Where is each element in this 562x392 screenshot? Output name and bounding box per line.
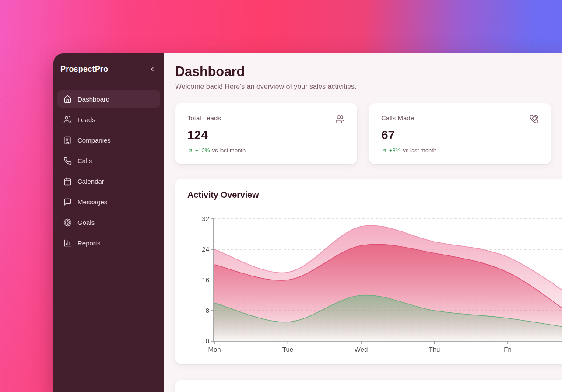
sidebar-item-label: Leads xyxy=(77,116,95,123)
chart-title: Activity Overview xyxy=(187,190,562,200)
app-window: ProspectPro DashboardLeadsCompaniesCalls… xyxy=(53,53,562,392)
stat-card: Calls Made 67 +8% vs last month xyxy=(369,103,551,164)
sidebar-item-calls[interactable]: Calls xyxy=(57,152,160,169)
sidebar-item-goals[interactable]: Goals xyxy=(57,214,160,231)
message-square-icon xyxy=(63,198,72,206)
trend-percent: +12% xyxy=(195,147,210,154)
sidebar-item-messages[interactable]: Messages xyxy=(57,193,160,210)
sidebar-header: ProspectPro xyxy=(60,64,157,74)
page-title: Dashboard xyxy=(175,64,562,79)
building-icon xyxy=(63,136,72,144)
sidebar-item-label: Calls xyxy=(77,157,92,164)
users-icon xyxy=(63,116,72,124)
phone-icon xyxy=(63,157,72,165)
chevron-left-icon xyxy=(149,66,156,73)
stat-label: Calls Made xyxy=(381,114,414,122)
sidebar-item-leads[interactable]: Leads xyxy=(57,111,160,128)
trend-note: vs last month xyxy=(403,147,436,154)
sidebar-nav: DashboardLeadsCompaniesCallsCalendarMess… xyxy=(57,90,160,255)
activity-area-chart: 08162432MonTueWedThuFriSat xyxy=(175,213,562,363)
sidebar-item-reports[interactable]: Reports xyxy=(57,234,160,252)
trend-percent: +8% xyxy=(389,147,400,154)
stat-trend: +8% vs last month xyxy=(381,147,539,154)
svg-text:Fri: Fri xyxy=(504,346,512,353)
calendar-icon xyxy=(63,177,72,186)
page-subtitle: Welcome back! Here's an overview of your… xyxy=(175,82,562,91)
stat-value: 67 xyxy=(381,128,539,142)
arrow-up-right-icon xyxy=(187,147,193,153)
phone-call-icon xyxy=(529,114,539,126)
svg-text:32: 32 xyxy=(202,215,209,222)
svg-text:16: 16 xyxy=(202,276,209,284)
svg-text:Wed: Wed xyxy=(355,346,368,353)
target-icon xyxy=(63,218,72,227)
sidebar-item-label: Reports xyxy=(77,239,101,247)
sidebar: ProspectPro DashboardLeadsCompaniesCalls… xyxy=(53,53,164,392)
svg-text:Tue: Tue xyxy=(282,346,293,353)
sidebar-item-label: Dashboard xyxy=(77,95,109,103)
svg-text:Mon: Mon xyxy=(208,346,221,353)
sidebar-item-label: Calendar xyxy=(77,178,104,185)
bar-chart-icon xyxy=(63,239,72,247)
svg-text:0: 0 xyxy=(206,337,209,345)
svg-text:8: 8 xyxy=(206,307,209,314)
sidebar-item-dashboard[interactable]: Dashboard xyxy=(57,90,160,108)
arrow-up-right-icon xyxy=(381,147,387,153)
stat-value: 124 xyxy=(187,128,345,142)
home-icon xyxy=(63,95,72,103)
svg-text:24: 24 xyxy=(202,245,209,253)
sidebar-item-label: Goals xyxy=(77,219,95,226)
main-content: Dashboard Welcome back! Here's an overvi… xyxy=(164,53,562,392)
activity-overview-card: Activity Overview 08162432MonTueWedThuFr… xyxy=(175,178,562,364)
svg-text:Thu: Thu xyxy=(429,346,440,353)
brand-logo: ProspectPro xyxy=(60,65,108,74)
trend-note: vs last month xyxy=(212,147,246,154)
sidebar-item-label: Messages xyxy=(77,198,107,206)
stat-cards-row: Total Leads 124 +12% vs last month Calls… xyxy=(175,103,562,164)
bottom-card-clipped xyxy=(175,380,562,392)
users-icon xyxy=(335,114,345,126)
sidebar-item-calendar[interactable]: Calendar xyxy=(57,172,160,190)
stat-label: Total Leads xyxy=(187,114,221,122)
sidebar-item-label: Companies xyxy=(77,136,111,144)
sidebar-item-companies[interactable]: Companies xyxy=(57,131,160,149)
sidebar-collapse-button[interactable] xyxy=(148,64,157,74)
stat-trend: +12% vs last month xyxy=(187,147,345,154)
stat-card: Total Leads 124 +12% vs last month xyxy=(175,103,357,164)
